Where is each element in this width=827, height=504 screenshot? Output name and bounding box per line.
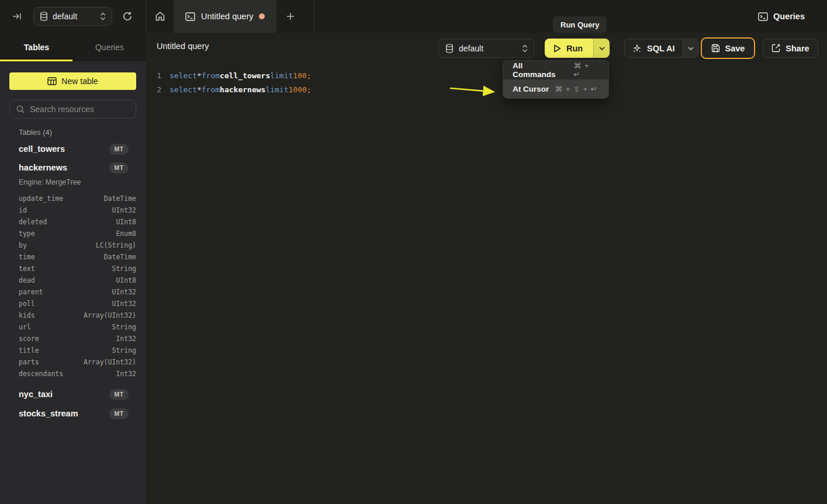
toolbar-database-selector-value: default xyxy=(459,44,517,53)
column-type: DateTime xyxy=(104,194,136,203)
share-button[interactable]: Share xyxy=(763,39,818,58)
engine-badge: MT xyxy=(109,144,129,155)
home-icon xyxy=(155,11,165,22)
refresh-button[interactable] xyxy=(120,9,135,24)
table-name: stocks_stream xyxy=(19,409,109,418)
table-row-hackernews[interactable]: hackernews MT xyxy=(9,159,136,176)
column-name: poll xyxy=(19,300,35,308)
table-name: nyc_taxi xyxy=(19,390,109,399)
engine-label: Engine: MergeTree xyxy=(19,178,81,186)
save-button[interactable]: Save xyxy=(701,37,755,59)
column-row[interactable]: kidsArray(UInt32) xyxy=(19,310,136,321)
table-grid-icon xyxy=(47,77,57,85)
code-token: limit xyxy=(265,85,288,94)
column-name: update_time xyxy=(19,194,63,203)
database-icon xyxy=(40,12,48,21)
unsaved-changes-dot xyxy=(259,13,265,19)
column-row[interactable]: idUInt32 xyxy=(19,204,136,216)
tables-section-header: Tables (4) xyxy=(19,128,52,137)
collapse-sidebar-icon xyxy=(12,12,23,21)
queries-button[interactable]: Queries xyxy=(758,0,805,33)
column-name: descendants xyxy=(19,370,63,378)
sidebar-tabs: Tables Queries xyxy=(0,33,146,61)
new-table-button[interactable]: New table xyxy=(9,72,136,90)
line-number: 2 xyxy=(146,85,161,94)
column-name: text xyxy=(19,265,35,273)
engine-badge: MT xyxy=(109,162,129,173)
code-token: ; xyxy=(307,71,312,80)
column-row[interactable]: typeEnum8 xyxy=(19,228,136,239)
sql-editor[interactable]: 1select * from cell_towers limit 100;2se… xyxy=(146,61,827,504)
tab-untitled-query[interactable]: Untitled query xyxy=(174,0,276,33)
new-table-label: New table xyxy=(61,77,98,86)
menu-item-label: At Cursor xyxy=(513,85,549,93)
code-line[interactable]: 1select * from cell_towers limit 100; xyxy=(146,68,827,82)
code-token: select xyxy=(169,71,197,80)
column-type: DateTime xyxy=(104,253,136,261)
run-menu-item-at-cursor[interactable]: At Cursor⌘ + ⇧ + ↵ xyxy=(503,79,608,98)
column-row[interactable]: titleString xyxy=(19,345,136,356)
column-row[interactable]: scoreInt32 xyxy=(19,333,136,345)
column-row[interactable]: partsArray(UInt32) xyxy=(19,356,136,368)
column-name: time xyxy=(19,253,35,261)
hackernews-columns-list: update_timeDateTimeidUInt32deletedUInt8t… xyxy=(19,193,136,380)
code-token: from xyxy=(202,85,220,94)
column-name: kids xyxy=(19,311,35,319)
sql-ai-button[interactable]: SQL AI xyxy=(625,39,683,57)
top-bar: default xyxy=(0,0,827,33)
column-row[interactable]: deletedUInt8 xyxy=(19,216,136,228)
toolbar-database-selector[interactable]: default xyxy=(438,39,535,58)
query-toolbar: Untitled query default xyxy=(146,33,827,61)
column-type: Int32 xyxy=(116,335,136,343)
column-row[interactable]: descendantsInt32 xyxy=(19,368,136,380)
column-row[interactable]: pollUInt32 xyxy=(19,298,136,310)
column-type: String xyxy=(112,323,136,331)
run-options-caret[interactable] xyxy=(593,39,610,58)
code-token: select xyxy=(169,85,197,94)
run-button-label: Run xyxy=(566,44,583,53)
column-type: Array(UInt32) xyxy=(84,311,136,319)
sql-ai-options-caret[interactable] xyxy=(683,39,698,57)
share-button-label: Share xyxy=(786,44,809,53)
save-button-label: Save xyxy=(725,44,745,53)
plus-icon xyxy=(286,12,295,20)
sidebar-tab-queries[interactable]: Queries xyxy=(73,33,146,61)
column-name: score xyxy=(19,335,39,343)
column-name: id xyxy=(19,206,27,214)
column-name: parts xyxy=(19,358,39,366)
sidebar-tab-tables[interactable]: Tables xyxy=(0,33,73,61)
column-row[interactable]: timeDateTime xyxy=(19,251,136,263)
column-row[interactable]: parentUInt32 xyxy=(19,286,136,298)
table-row-cell-towers[interactable]: cell_towers MT xyxy=(9,141,136,157)
column-type: LC(String) xyxy=(96,241,136,249)
column-row[interactable]: deadUInt8 xyxy=(19,274,136,286)
sql-ai-button-label: SQL AI xyxy=(647,44,675,53)
run-button[interactable]: Run xyxy=(545,39,593,58)
new-tab-button[interactable] xyxy=(276,0,304,33)
column-name: deleted xyxy=(19,218,47,226)
code-line[interactable]: 2select * from hackernews limit 1000; xyxy=(146,82,827,96)
run-menu-item-all-commands[interactable]: All Commands⌘ + ↵ xyxy=(503,61,608,79)
home-button[interactable] xyxy=(146,0,174,33)
search-resources-input[interactable] xyxy=(30,105,136,114)
sidebar: New table Tables (4) cell_towers MT hack… xyxy=(0,61,146,504)
collapse-sidebar-button[interactable] xyxy=(11,9,25,23)
column-type: UInt32 xyxy=(112,288,136,296)
table-name: cell_towers xyxy=(19,144,109,154)
table-row-stocks-stream[interactable]: stocks_stream MT xyxy=(9,405,136,422)
code-token: hackernews xyxy=(220,85,265,94)
queries-button-label: Queries xyxy=(773,12,805,21)
search-resources-box xyxy=(9,100,136,119)
code-token: * xyxy=(197,85,202,94)
line-number: 1 xyxy=(146,71,161,80)
column-row[interactable]: update_timeDateTime xyxy=(19,193,136,204)
top-database-selector[interactable]: default xyxy=(33,7,112,26)
table-row-nyc-taxi[interactable]: nyc_taxi MT xyxy=(9,386,136,402)
column-row[interactable]: urlString xyxy=(19,321,136,333)
menu-item-shortcut: ⌘ + ⇧ + ↵ xyxy=(555,85,597,93)
share-icon xyxy=(771,44,780,53)
column-type: Enum8 xyxy=(116,230,136,238)
tab-strip: Untitled query xyxy=(146,0,304,33)
column-row[interactable]: textString xyxy=(19,263,136,274)
column-row[interactable]: byLC(String) xyxy=(19,239,136,251)
